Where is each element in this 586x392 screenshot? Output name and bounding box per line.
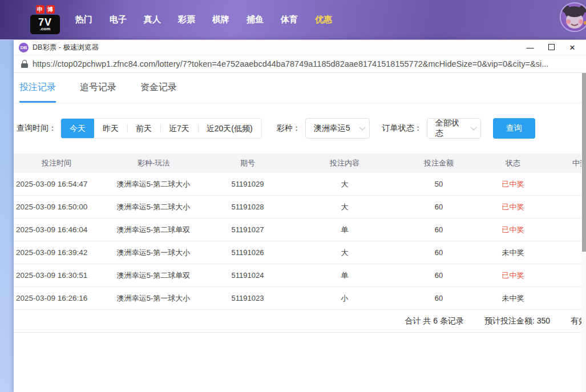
prize-amount: [550, 241, 586, 264]
game-playtype: 澳洲幸运5-第一球大小: [99, 241, 208, 264]
time-filter-label: 查询时间：: [17, 123, 56, 134]
table-body: 2025-03-09 16:54:47澳洲幸运5-第二球大小51191029大5…: [14, 173, 586, 310]
status-label: 未中奖: [476, 241, 550, 264]
table-row[interactable]: 2025-03-09 16:39:42澳洲幸运5-第一球大小51191026大6…: [14, 241, 586, 264]
bet-content: 大: [288, 241, 402, 264]
scrollbar-thumb[interactable]: [582, 73, 586, 252]
logo-badge-right: 博: [46, 5, 55, 14]
bet-amount: 50: [402, 173, 476, 195]
nav-item-promo[interactable]: 优惠: [315, 14, 332, 25]
tab-bet-records[interactable]: 投注记录: [19, 82, 56, 103]
game-playtype: 澳洲幸运5-第二球大小: [99, 196, 208, 218]
game-playtype: 澳洲幸运5-第二球单双: [99, 219, 208, 241]
nav-item-sports[interactable]: 体育: [281, 14, 298, 25]
summary-total-records: 合计 共 6 条记录: [405, 316, 464, 326]
column-header: 期号: [208, 153, 288, 173]
prize-amount: 1: [550, 264, 586, 286]
table-header-row: 投注时间彩种-玩法期号投注内容投注金额状态中奖金额: [14, 153, 586, 173]
order-status-select[interactable]: 全部状态: [427, 118, 481, 139]
table-row[interactable]: 2025-03-09 16:54:47澳洲幸运5-第二球大小51191029大5…: [14, 173, 586, 196]
bet-time: 2025-03-09 16:46:04: [14, 219, 99, 241]
column-header: 投注时间: [14, 153, 99, 173]
column-header: 中奖金额: [550, 153, 586, 173]
window-title: DB彩票 - 极速浏览器: [33, 43, 99, 52]
minimize-button[interactable]: —: [526, 43, 534, 52]
nav-item-lottery[interactable]: 彩票: [178, 14, 195, 25]
logo-main-text: 7V: [38, 18, 52, 27]
bet-time: 2025-03-09 16:39:42: [14, 241, 99, 264]
status-label: 已中奖: [476, 219, 550, 241]
table-row[interactable]: 2025-03-09 16:30:51澳洲幸运5-第二球单双51191024单6…: [14, 264, 586, 287]
game-playtype: 澳洲幸运5-第二球单双: [99, 264, 208, 286]
lock-icon: [21, 60, 28, 68]
issue-number: 51191028: [208, 196, 288, 218]
bet-amount: 60: [402, 196, 476, 218]
time-option-today[interactable]: 今天: [61, 118, 94, 139]
bet-content: 大: [288, 173, 402, 195]
issue-number: 51191023: [208, 287, 288, 309]
close-button[interactable]: ✕: [568, 43, 576, 52]
main-nav: 热门 电子 真人 彩票 棋牌 捕鱼 体育 优惠: [75, 14, 332, 25]
table-row[interactable]: 2025-03-09 16:26:16澳洲幸运5-第一球大小51191023小6…: [14, 287, 586, 310]
logo-badges: 申 博: [36, 5, 55, 14]
tab-chase-records[interactable]: 追号记录: [80, 82, 116, 103]
tab-fund-records[interactable]: 资金记录: [140, 82, 177, 103]
logo-box: 7V .com: [30, 15, 60, 34]
time-option-daybefore[interactable]: 前天: [127, 119, 160, 138]
status-filter-label: 订单状态：: [382, 123, 422, 134]
lottery-filter-label: 彩种：: [277, 123, 301, 134]
table-row[interactable]: 2025-03-09 16:46:04澳洲幸运5-第二球单双51191027单6…: [14, 219, 586, 241]
maximize-button[interactable]: [547, 43, 555, 52]
bet-records-table: 投注时间彩种-玩法期号投注内容投注金额状态中奖金额 2025-03-09 16:…: [14, 153, 586, 333]
bet-amount: 60: [402, 219, 476, 241]
nav-item-fishing[interactable]: 捕鱼: [246, 14, 264, 25]
window-controls: — ✕: [526, 43, 586, 52]
chevron-down-icon: [359, 124, 365, 130]
bet-time: 2025-03-09 16:26:16: [14, 287, 99, 309]
issue-number: 51191027: [208, 219, 288, 241]
url-text[interactable]: https://ctop02pchwp1.zfnc84.com/lottery/…: [33, 59, 548, 68]
chevron-down-icon: [470, 124, 476, 130]
bet-amount: 60: [402, 287, 476, 309]
lottery-select[interactable]: 澳洲幸运5: [305, 118, 370, 139]
window-titlebar[interactable]: DB DB彩票 - 极速浏览器 — ✕: [14, 40, 586, 55]
bet-content: 单: [288, 219, 402, 241]
site-logo[interactable]: 申 博 7V .com: [30, 5, 60, 34]
time-range-group: 今天 昨天 前天 近7天 近20天(低频): [60, 118, 262, 139]
issue-number: 51191029: [208, 173, 288, 195]
filter-bar: 查询时间： 今天 昨天 前天 近7天 近20天(低频) 彩种： 澳洲幸运5 订单…: [17, 118, 586, 139]
status-label: 已中奖: [476, 173, 550, 195]
nav-item-slots[interactable]: 电子: [110, 14, 127, 25]
page-content: 投注记录 追号记录 资金记录 查询时间： 今天 昨天 前天 近7天 近20天(低…: [14, 73, 586, 392]
logo-badge-left: 申: [36, 5, 45, 14]
time-option-yesterday[interactable]: 昨天: [94, 119, 127, 138]
time-option-7days[interactable]: 近7天: [160, 119, 198, 138]
browser-window: DB DB彩票 - 极速浏览器 — ✕ https://ctop02pchwp1…: [14, 40, 586, 392]
site-header: 申 博 7V .com 热门 电子 真人 彩票 棋牌 捕鱼 体育 优惠: [0, 0, 586, 40]
nav-item-live[interactable]: 真人: [144, 14, 161, 25]
bet-content: 小: [288, 287, 402, 309]
url-bar[interactable]: https://ctop02pchwp1.zfnc84.com/lottery/…: [14, 55, 586, 73]
bet-content: 大: [288, 196, 402, 218]
lottery-select-value: 澳洲幸运5: [314, 123, 350, 134]
table-row[interactable]: 2025-03-09 16:50:00澳洲幸运5-第二球大小51191028大6…: [14, 196, 586, 219]
vertical-scrollbar[interactable]: [581, 73, 586, 392]
user-avatar[interactable]: [560, 2, 586, 32]
search-button[interactable]: 查询: [493, 118, 535, 139]
status-label: 已中奖: [476, 196, 550, 218]
prize-amount: 9: [550, 173, 586, 195]
nav-item-cards[interactable]: 棋牌: [212, 14, 229, 25]
record-tabs: 投注记录 追号记录 资金记录: [14, 73, 586, 103]
bet-time: 2025-03-09 16:54:47: [14, 173, 99, 195]
time-option-20days[interactable]: 近20天(低频): [198, 119, 261, 138]
status-select-value: 全部状态: [435, 118, 466, 139]
bet-time: 2025-03-09 16:30:51: [14, 264, 99, 286]
column-header: 状态: [476, 153, 550, 173]
game-playtype: 澳洲幸运5-第一球大小: [99, 287, 208, 309]
maximize-icon: [548, 44, 555, 50]
nav-item-hot[interactable]: 热门: [75, 14, 92, 25]
status-label: 已中奖: [476, 264, 550, 286]
bet-content: 单: [288, 264, 402, 286]
status-label: 未中奖: [476, 287, 550, 309]
bet-time: 2025-03-09 16:50:00: [14, 196, 99, 218]
